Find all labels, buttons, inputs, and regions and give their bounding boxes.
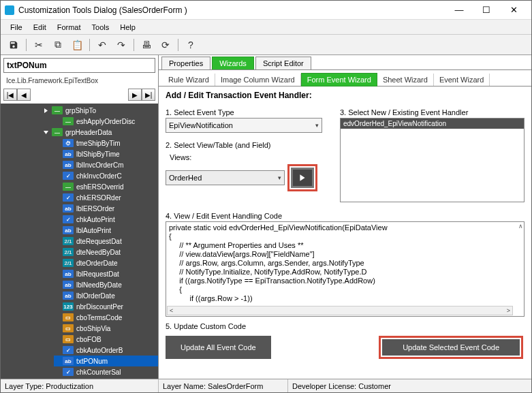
tree-item[interactable]: ✓chkERSORder — [54, 192, 158, 203]
tree-item[interactable]: ablblShipByTime — [54, 148, 158, 159]
chk-icon: ✓ — [63, 346, 74, 354]
menu-format[interactable]: Format — [53, 22, 85, 33]
step4-label: 4. View / Edit Event Handling Code — [166, 212, 525, 220]
tree-item-label: cboTermsCode — [76, 314, 122, 321]
tree-item[interactable]: ⏱tmeShipByTim — [54, 138, 158, 148]
tree-item[interactable]: 2/1dteOrderDate — [54, 257, 158, 268]
tree-item[interactable]: ablblERSOrder — [54, 203, 158, 214]
tree-item-label: nbrDiscountPer — [76, 303, 123, 311]
print-icon[interactable]: 🖶 — [138, 37, 155, 53]
h-scrollbar[interactable]: <> — [167, 306, 513, 315]
tab-script-editor[interactable]: Script Editor — [255, 57, 311, 69]
tree-item[interactable]: ablblRequestDat — [54, 268, 158, 279]
tree-item[interactable]: 2/1dteNeedByDat — [54, 247, 158, 257]
tree-item[interactable]: 123nbrDiscountPer — [54, 301, 158, 312]
paste-icon[interactable]: 📋 — [68, 37, 86, 53]
tree-item[interactable]: ✓chkCounterSal — [54, 366, 158, 377]
tree-item-label: eshERSOverrid — [76, 183, 123, 191]
maximize-button[interactable]: ☐ — [473, 1, 500, 20]
tree-item[interactable]: —eshApplyOrderDisc — [54, 116, 158, 127]
step3-label: 3. Select New / Existing Event Handler — [340, 108, 525, 116]
tree-item-label: dteNeedByDat — [76, 249, 121, 256]
copy-icon[interactable]: ⧉ — [49, 37, 67, 53]
menu-file[interactable]: File — [6, 22, 27, 33]
tree-item[interactable]: 2/1dteRequestDat — [54, 236, 158, 247]
tree-item[interactable]: —eshERSOverrid — [54, 181, 158, 192]
wizard-heading: Add / Edit Transaction Event Handler: — [166, 91, 525, 100]
tree-item-label: grpShipTo — [65, 107, 96, 114]
tab-image-column-wizard[interactable]: Image Column Wizard — [215, 74, 301, 86]
chk-icon: ✓ — [63, 368, 74, 376]
chk-icon: ✓ — [63, 193, 74, 202]
tree-item[interactable]: ✓cbkAutoOrderB — [54, 345, 158, 356]
update-selected-highlight: Update Selected Event Code — [379, 336, 523, 359]
tree-item-label: lblNeedByDate — [76, 281, 122, 289]
control-tree[interactable]: —grpShipTo—eshApplyOrderDisc—grpHeaderDa… — [1, 104, 158, 380]
save-icon[interactable] — [5, 37, 22, 53]
nav-last-icon[interactable]: ▶| — [142, 89, 155, 101]
tree-item[interactable]: abtxtPONum — [54, 356, 158, 366]
tab-properties[interactable]: Properties — [161, 57, 210, 69]
tab-event-wizard[interactable]: Event Wizard — [434, 74, 490, 86]
tree-item[interactable]: —grpHeaderData — [43, 127, 158, 138]
tree-item[interactable]: ablblOrderDate — [54, 290, 158, 301]
nav-prev-icon[interactable]: ◀ — [17, 89, 31, 101]
abl-icon: ab — [63, 270, 74, 278]
code-editor[interactable]: private static void edvOrderHed_EpiViewN… — [166, 221, 525, 317]
tree-item-label: lblRequestDat — [76, 270, 119, 278]
menu-edit[interactable]: Edit — [29, 22, 50, 33]
tree-item[interactable]: ✓chkAutoPrint — [54, 214, 158, 225]
tree-item[interactable]: ✓chkInvcOrderC — [54, 170, 158, 181]
layer-name-value: SalesOrderForm — [208, 382, 263, 390]
handler-listbox[interactable]: edvOrderHed_EpiViewNotification — [340, 118, 525, 202]
tree-item[interactable]: —grpShipTo — [43, 105, 158, 116]
tab-form-event-wizard[interactable]: Form Event Wizard — [301, 73, 377, 87]
menu-tools[interactable]: Tools — [88, 22, 114, 33]
selected-control-type: Ice.Lib.Framework.EpiTextBox — [3, 76, 155, 86]
tme-icon: ⏱ — [63, 139, 74, 147]
main-tabs: Properties Wizards Script Editor — [159, 55, 531, 70]
tree-item-label: cboShipVia — [76, 325, 110, 332]
nav-first-icon[interactable]: |◀ — [3, 89, 17, 101]
tree-item[interactable]: ▭cboFOB — [54, 334, 158, 345]
minimize-button[interactable]: — — [445, 1, 473, 20]
tree-item-label: dteOrderDate — [76, 260, 118, 267]
right-pane: Properties Wizards Script Editor Rule Wi… — [159, 55, 531, 380]
window-title: Customization Tools Dialog (SalesOrderFo… — [18, 5, 445, 15]
abl-icon: ab — [63, 150, 74, 158]
tree-item-label: lblInvcOrderCm — [76, 161, 123, 169]
tree-item-label: cbkAutoOrderB — [76, 347, 123, 354]
help-icon[interactable]: ? — [182, 37, 200, 53]
redo-icon[interactable]: ↷ — [112, 37, 130, 53]
tree-item[interactable]: ▭cboTermsCode — [54, 312, 158, 323]
menu-help[interactable]: Help — [116, 22, 140, 33]
tree-item-label: lblAutoPrint — [76, 227, 111, 234]
code-content: private static void edvOrderHed_EpiViewN… — [169, 223, 388, 302]
views-dropdown[interactable]: OrderHed ▾ — [166, 170, 285, 185]
tree-item[interactable]: ablblNeedByDate — [54, 279, 158, 290]
tab-sheet-wizard[interactable]: Sheet Wizard — [377, 74, 434, 86]
add-view-button[interactable] — [291, 168, 314, 188]
chevron-down-icon: ▾ — [315, 122, 319, 129]
scroll-right-icon[interactable]: > — [505, 307, 512, 314]
tab-rule-wizard[interactable]: Rule Wizard — [163, 74, 215, 86]
refresh-icon[interactable]: ⟳ — [157, 37, 174, 53]
event-type-dropdown[interactable]: EpiViewNotification ▾ — [166, 118, 322, 133]
update-selected-button[interactable]: Update Selected Event Code — [382, 339, 520, 356]
scroll-left-icon[interactable]: < — [168, 307, 175, 314]
cut-icon[interactable]: ✂ — [30, 37, 48, 53]
handler-item[interactable]: edvOrderHed_EpiViewNotification — [341, 119, 524, 129]
tree-item[interactable]: ▭cboShipVia — [54, 323, 158, 334]
chevron-down-icon: ▾ — [278, 174, 281, 181]
tree-item[interactable]: ablblAutoPrint — [54, 225, 158, 236]
close-button[interactable]: ✕ — [500, 1, 527, 20]
update-all-button[interactable]: Update All Event Code — [166, 336, 271, 359]
tree-item[interactable]: ablblInvcOrderCm — [54, 159, 158, 170]
views-label: Views: — [170, 153, 322, 161]
undo-icon[interactable]: ↶ — [93, 37, 111, 53]
tab-wizards[interactable]: Wizards — [212, 57, 254, 69]
nav-next-icon[interactable]: ▶ — [128, 89, 142, 101]
abl-icon: ab — [63, 204, 74, 213]
scroll-up-icon[interactable]: ∧ — [518, 223, 523, 230]
left-pane: txtPONum Ice.Lib.Framework.EpiTextBox |◀… — [1, 55, 159, 380]
